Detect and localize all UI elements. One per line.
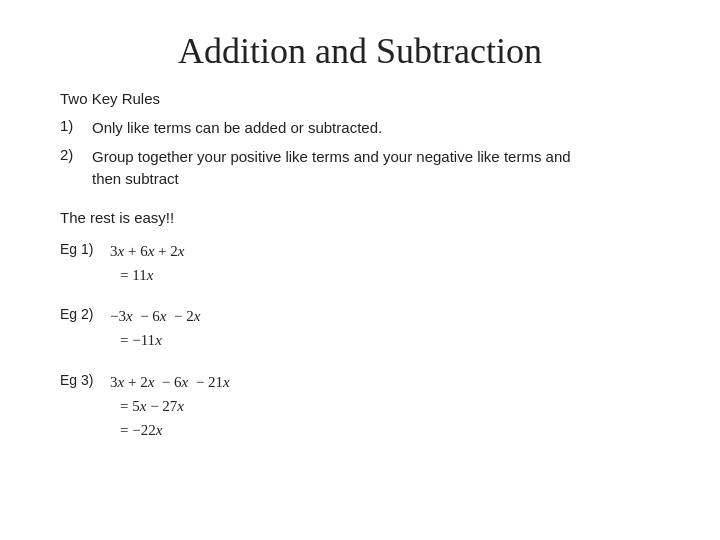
rules-list: 1) Only like terms can be added or subtr… <box>60 117 660 197</box>
rule-number-2: 2) <box>60 146 92 163</box>
rule-item-1: 1) Only like terms can be added or subtr… <box>60 117 660 140</box>
example-3-label: Eg 3) <box>60 371 102 388</box>
example-2-line-1: −3x − 6x − 2x <box>110 305 200 328</box>
example-1-label: Eg 1) <box>60 240 102 257</box>
example-2-line-2: = −11x <box>110 329 200 352</box>
rule-text-1: Only like terms can be added or subtract… <box>92 117 382 140</box>
rule-number-1: 1) <box>60 117 92 134</box>
rest-is-easy-text: The rest is easy!! <box>60 209 660 226</box>
examples-section: Eg 1) 3x + 6x + 2x = 11x Eg 2) −3x − 6x … <box>60 240 660 451</box>
rule-text-2-line1: Group together your positive like terms … <box>92 148 571 165</box>
page-title: Addition and Subtraction <box>60 30 660 72</box>
example-1: Eg 1) 3x + 6x + 2x = 11x <box>60 240 660 288</box>
example-2-label: Eg 2) <box>60 305 102 322</box>
example-3-line-3: = −22x <box>110 419 230 442</box>
rule-item-2: 2) Group together your positive like ter… <box>60 146 660 191</box>
example-1-math: 3x + 6x + 2x = 11x <box>110 240 184 288</box>
example-3-math: 3x + 2x − 6x − 21x = 5x − 27x = −22x <box>110 371 230 443</box>
example-1-line-1: 3x + 6x + 2x <box>110 240 184 263</box>
rule-text-2: Group together your positive like terms … <box>92 146 571 191</box>
example-3-line-1: 3x + 2x − 6x − 21x <box>110 371 230 394</box>
example-3-line-2: = 5x − 27x <box>110 395 230 418</box>
two-key-rules-label: Two Key Rules <box>60 90 660 107</box>
example-2: Eg 2) −3x − 6x − 2x = −11x <box>60 305 660 353</box>
example-3: Eg 3) 3x + 2x − 6x − 21x = 5x − 27x = −2… <box>60 371 660 443</box>
example-1-line-2: = 11x <box>110 264 184 287</box>
page: Addition and Subtraction Two Key Rules 1… <box>0 0 720 540</box>
example-2-math: −3x − 6x − 2x = −11x <box>110 305 200 353</box>
rule-text-2-line2: then subtract <box>92 170 179 187</box>
